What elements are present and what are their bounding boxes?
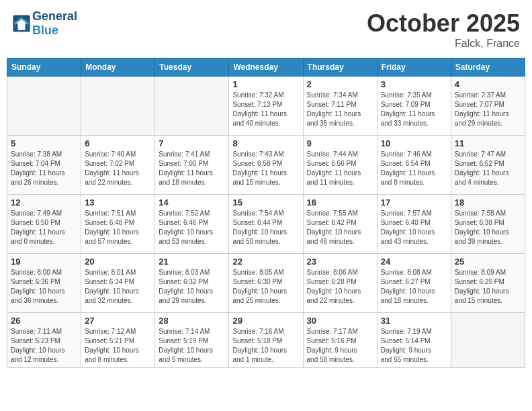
day-number: 27 — [85, 316, 151, 326]
day-info: Sunrise: 7:34 AM Sunset: 7:11 PM Dayligh… — [307, 91, 373, 128]
day-info: Sunrise: 7:37 AM Sunset: 7:07 PM Dayligh… — [455, 91, 521, 128]
day-number: 10 — [381, 138, 447, 148]
day-number: 6 — [85, 138, 151, 148]
day-number: 17 — [381, 197, 447, 208]
day-info: Sunrise: 7:49 AM Sunset: 6:50 PM Dayligh… — [11, 209, 77, 246]
calendar-cell: 23Sunrise: 8:06 AM Sunset: 6:28 PM Dayli… — [303, 254, 377, 313]
calendar-cell — [451, 313, 525, 368]
calendar-cell: 3Sunrise: 7:35 AM Sunset: 7:09 PM Daylig… — [377, 77, 451, 136]
day-info: Sunrise: 7:38 AM Sunset: 7:04 PM Dayligh… — [11, 150, 77, 187]
calendar-cell: 17Sunrise: 7:57 AM Sunset: 6:40 PM Dayli… — [377, 195, 451, 254]
calendar-header-row: SundayMondayTuesdayWednesdayThursdayFrid… — [7, 58, 525, 77]
day-number: 16 — [307, 197, 373, 208]
day-info: Sunrise: 7:47 AM Sunset: 6:52 PM Dayligh… — [455, 150, 521, 187]
day-info: Sunrise: 7:17 AM Sunset: 5:16 PM Dayligh… — [307, 327, 373, 365]
day-number: 9 — [307, 138, 373, 148]
day-info: Sunrise: 8:05 AM Sunset: 6:30 PM Dayligh… — [232, 268, 299, 306]
day-info: Sunrise: 7:43 AM Sunset: 6:58 PM Dayligh… — [232, 150, 299, 187]
day-number: 25 — [455, 257, 521, 267]
logo: General Blue — [12, 9, 77, 38]
day-info: Sunrise: 7:58 AM Sunset: 6:38 PM Dayligh… — [455, 209, 521, 246]
day-number: 4 — [455, 79, 521, 89]
day-number: 13 — [85, 197, 151, 208]
day-info: Sunrise: 7:46 AM Sunset: 6:54 PM Dayligh… — [381, 150, 447, 187]
title-area: October 2025 Falck, France — [367, 9, 520, 50]
calendar-cell — [81, 77, 155, 136]
calendar-cell: 27Sunrise: 7:12 AM Sunset: 5:21 PM Dayli… — [81, 313, 155, 368]
calendar-cell: 9Sunrise: 7:44 AM Sunset: 6:56 PM Daylig… — [303, 136, 377, 195]
calendar-cell: 21Sunrise: 8:03 AM Sunset: 6:32 PM Dayli… — [155, 254, 229, 313]
calendar-cell: 14Sunrise: 7:52 AM Sunset: 6:46 PM Dayli… — [155, 195, 229, 254]
day-number: 15 — [232, 197, 299, 208]
weekday-header: Saturday — [451, 58, 525, 77]
calendar-cell: 11Sunrise: 7:47 AM Sunset: 6:52 PM Dayli… — [451, 136, 525, 195]
day-info: Sunrise: 7:44 AM Sunset: 6:56 PM Dayligh… — [307, 150, 373, 187]
calendar-week-row: 12Sunrise: 7:49 AM Sunset: 6:50 PM Dayli… — [7, 195, 525, 254]
calendar-cell: 13Sunrise: 7:51 AM Sunset: 6:48 PM Dayli… — [81, 195, 155, 254]
day-info: Sunrise: 7:32 AM Sunset: 7:13 PM Dayligh… — [232, 91, 299, 128]
day-info: Sunrise: 8:08 AM Sunset: 6:27 PM Dayligh… — [381, 268, 447, 306]
calendar-week-row: 19Sunrise: 8:00 AM Sunset: 6:36 PM Dayli… — [7, 254, 525, 313]
calendar-cell: 5Sunrise: 7:38 AM Sunset: 7:04 PM Daylig… — [7, 136, 81, 195]
calendar-cell: 24Sunrise: 8:08 AM Sunset: 6:27 PM Dayli… — [377, 254, 451, 313]
day-info: Sunrise: 8:09 AM Sunset: 6:25 PM Dayligh… — [455, 268, 521, 306]
day-info: Sunrise: 8:03 AM Sunset: 6:32 PM Dayligh… — [159, 268, 225, 306]
calendar-cell: 4Sunrise: 7:37 AM Sunset: 7:07 PM Daylig… — [451, 77, 525, 136]
day-info: Sunrise: 7:11 AM Sunset: 5:23 PM Dayligh… — [11, 327, 77, 365]
calendar-cell: 29Sunrise: 7:16 AM Sunset: 5:18 PM Dayli… — [229, 313, 303, 368]
calendar-cell: 10Sunrise: 7:46 AM Sunset: 6:54 PM Dayli… — [377, 136, 451, 195]
day-number: 2 — [307, 79, 373, 89]
day-number: 18 — [455, 197, 521, 208]
day-number: 11 — [455, 138, 521, 148]
day-info: Sunrise: 7:14 AM Sunset: 5:19 PM Dayligh… — [159, 327, 225, 365]
calendar-cell: 16Sunrise: 7:55 AM Sunset: 6:42 PM Dayli… — [303, 195, 377, 254]
day-info: Sunrise: 7:35 AM Sunset: 7:09 PM Dayligh… — [381, 91, 447, 128]
calendar-cell: 18Sunrise: 7:58 AM Sunset: 6:38 PM Dayli… — [451, 195, 525, 254]
day-info: Sunrise: 7:16 AM Sunset: 5:18 PM Dayligh… — [232, 327, 299, 365]
logo-icon — [12, 14, 31, 33]
month-title: October 2025 — [367, 9, 520, 38]
calendar-cell: 28Sunrise: 7:14 AM Sunset: 5:19 PM Dayli… — [155, 313, 229, 368]
day-number: 14 — [159, 197, 225, 208]
day-info: Sunrise: 7:19 AM Sunset: 5:14 PM Dayligh… — [381, 327, 447, 365]
calendar-cell: 1Sunrise: 7:32 AM Sunset: 7:13 PM Daylig… — [229, 77, 303, 136]
day-info: Sunrise: 7:51 AM Sunset: 6:48 PM Dayligh… — [85, 209, 151, 246]
day-number: 12 — [11, 197, 77, 208]
calendar-week-row: 1Sunrise: 7:32 AM Sunset: 7:13 PM Daylig… — [7, 77, 525, 136]
calendar-cell: 20Sunrise: 8:01 AM Sunset: 6:34 PM Dayli… — [81, 254, 155, 313]
calendar-week-row: 26Sunrise: 7:11 AM Sunset: 5:23 PM Dayli… — [7, 313, 525, 368]
day-number: 22 — [232, 257, 299, 267]
calendar-cell: 25Sunrise: 8:09 AM Sunset: 6:25 PM Dayli… — [451, 254, 525, 313]
day-info: Sunrise: 7:40 AM Sunset: 7:02 PM Dayligh… — [85, 150, 151, 187]
day-number: 19 — [11, 257, 77, 267]
day-number: 8 — [232, 138, 299, 148]
day-number: 28 — [159, 316, 225, 326]
calendar-cell: 19Sunrise: 8:00 AM Sunset: 6:36 PM Dayli… — [7, 254, 81, 313]
calendar-cell: 30Sunrise: 7:17 AM Sunset: 5:16 PM Dayli… — [303, 313, 377, 368]
day-number: 1 — [232, 79, 299, 89]
calendar-cell — [7, 77, 81, 136]
calendar-cell: 6Sunrise: 7:40 AM Sunset: 7:02 PM Daylig… — [81, 136, 155, 195]
calendar-cell: 26Sunrise: 7:11 AM Sunset: 5:23 PM Dayli… — [7, 313, 81, 368]
calendar-cell: 31Sunrise: 7:19 AM Sunset: 5:14 PM Dayli… — [377, 313, 451, 368]
weekday-header: Tuesday — [155, 58, 229, 77]
day-info: Sunrise: 8:00 AM Sunset: 6:36 PM Dayligh… — [11, 268, 77, 306]
day-info: Sunrise: 7:12 AM Sunset: 5:21 PM Dayligh… — [85, 327, 151, 365]
weekday-header: Wednesday — [229, 58, 303, 77]
day-number: 7 — [159, 138, 225, 148]
calendar-cell: 22Sunrise: 8:05 AM Sunset: 6:30 PM Dayli… — [229, 254, 303, 313]
day-number: 24 — [381, 257, 447, 267]
calendar-cell: 8Sunrise: 7:43 AM Sunset: 6:58 PM Daylig… — [229, 136, 303, 195]
calendar-cell: 2Sunrise: 7:34 AM Sunset: 7:11 PM Daylig… — [303, 77, 377, 136]
location-title: Falck, France — [367, 38, 520, 50]
day-number: 29 — [232, 316, 299, 326]
day-number: 30 — [307, 316, 373, 326]
day-info: Sunrise: 8:01 AM Sunset: 6:34 PM Dayligh… — [85, 268, 151, 306]
calendar-cell — [155, 77, 229, 136]
day-number: 3 — [381, 79, 447, 89]
calendar-table: SundayMondayTuesdayWednesdayThursdayFrid… — [7, 58, 525, 368]
day-number: 5 — [11, 138, 77, 148]
day-info: Sunrise: 7:54 AM Sunset: 6:44 PM Dayligh… — [232, 209, 299, 246]
day-info: Sunrise: 7:55 AM Sunset: 6:42 PM Dayligh… — [307, 209, 373, 246]
day-info: Sunrise: 8:06 AM Sunset: 6:28 PM Dayligh… — [307, 268, 373, 306]
